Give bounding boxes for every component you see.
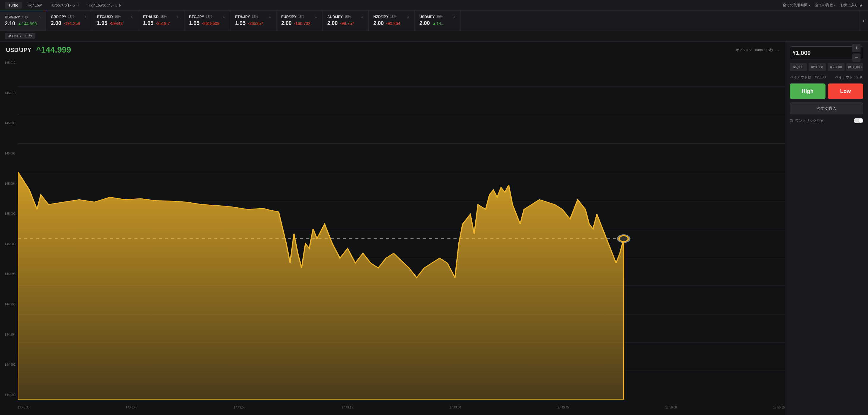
ticker-payout: 2.00 — [281, 20, 291, 26]
preset-100000-button[interactable]: ¥100,000 — [846, 63, 863, 71]
star-icon[interactable]: ☆ — [130, 15, 133, 19]
ticker-timeframe: 15秒 — [344, 15, 351, 19]
star-icon[interactable]: ☆ — [38, 15, 41, 19]
star-icon: ★ — [859, 3, 863, 8]
ticker-item-btcjpy-15[interactable]: BTC/JPY 15秒 ☆ 1.95 -8618609 — [184, 11, 230, 31]
x-label: 17:49:00 — [234, 406, 245, 409]
buy-now-button[interactable]: 今すぐ購入 — [790, 102, 863, 115]
ticker-pair: BTC/USD — [97, 15, 113, 19]
ticker-payout: 1.95 — [189, 20, 199, 26]
high-button[interactable]: High — [790, 84, 826, 99]
x-label: 17:50:00 — [665, 406, 677, 409]
one-click-row: ⊡ ワンクリック注文 — [790, 118, 863, 123]
payout-row: ペイアウト額：¥2,100 ペイアウト：2.10 — [790, 75, 863, 80]
star-icon[interactable]: ☆ — [453, 15, 456, 19]
ticker-item-ethjpy-15[interactable]: ETH/JPY 15秒 ☆ 1.95 -365357 — [230, 11, 276, 31]
y-axis: 145.012 145.010 145.008 145.006 145.004 … — [0, 58, 18, 400]
ticker-price: -90.864 — [386, 21, 400, 26]
nav-tab-turbo[interactable]: Turbo — [5, 2, 22, 9]
ticker-payout: 1.95 — [235, 20, 246, 26]
preset-20000-button[interactable]: ¥20,000 — [809, 63, 826, 71]
ticker-pair: EUR/JPY — [281, 15, 297, 19]
ticker-timeframe: 15秒 — [115, 15, 121, 19]
preset-5000-button[interactable]: ¥5,000 — [790, 63, 807, 71]
favorite-dropdown[interactable]: お気に入り ★ — [840, 3, 863, 8]
amount-row: ¥1,000 + − — [790, 46, 863, 59]
ticker-payout: 1.95 — [97, 20, 107, 26]
preset-50000-button[interactable]: ¥50,000 — [828, 63, 844, 71]
nav-tab-highlow[interactable]: HighLow — [23, 2, 45, 9]
asset-dropdown[interactable]: 全ての資産 ▾ — [815, 3, 836, 8]
one-click-toggle[interactable] — [854, 118, 863, 123]
toggle-knob — [859, 119, 863, 123]
star-icon[interactable]: ☆ — [314, 15, 317, 19]
ticker-timeframe: 15秒 — [252, 15, 258, 19]
star-icon[interactable]: ☆ — [361, 15, 364, 19]
ticker-price: -59443 — [110, 21, 123, 26]
chart-panel: USD/JPY ^144.999 オプション Turbo・15秒 ··· 145… — [0, 41, 785, 415]
ticker-payout: 2.00 — [373, 20, 384, 26]
payout-rate-label: ペイアウト：2.10 — [835, 75, 863, 80]
ticker-item-btcusd-15[interactable]: BTC/USD 15秒 ☆ 1.95 -59443 — [92, 11, 138, 31]
y-label: 145.006 — [0, 152, 18, 155]
nav-tab-turbo-spread[interactable]: Turboスプレッド — [46, 1, 83, 9]
ticker-price: ▲14... — [432, 21, 444, 26]
amount-increase-button[interactable]: + — [852, 44, 861, 52]
ticker-item-audjpy-15[interactable]: AUD/JPY 15秒 ☆ 2.00 -98.757 — [322, 11, 369, 31]
amount-display: ¥1,000 — [793, 50, 852, 57]
x-axis: 17:48:30 17:48:45 17:49:00 17:49:15 17:4… — [18, 400, 785, 411]
star-icon[interactable]: ☆ — [222, 15, 225, 19]
right-panel: ¥1,000 + − ¥5,000 ¥20,000 ¥50,000 ¥100,0… — [785, 41, 868, 415]
chart-header-tag[interactable]: USD/JPY・15秒 — [5, 33, 35, 39]
amount-decrease-button[interactable]: − — [852, 54, 861, 62]
y-label: 145.002 — [0, 212, 18, 215]
y-label: 144.992 — [0, 363, 18, 366]
ticker-timeframe: 15秒 — [160, 15, 167, 19]
ticker-price: -191.258 — [64, 21, 80, 26]
more-options-icon[interactable]: ··· — [775, 47, 779, 52]
payout-amount-label: ペイアウト額：¥2,100 — [790, 75, 826, 80]
price-arrow: ^ — [36, 45, 41, 54]
ticker-price: -365357 — [248, 21, 263, 26]
y-label: 145.008 — [0, 122, 18, 125]
star-icon[interactable]: ☆ — [269, 15, 271, 19]
svg-point-13 — [619, 235, 628, 242]
star-icon[interactable]: ☆ — [84, 15, 87, 19]
nav-tab-highlow-spread[interactable]: HighLowスプレッド — [84, 1, 126, 9]
ticker-bar: USD/JPY 15秒 ☆ 2.10 ▲144.999 GBP/JPY 15秒 … — [0, 11, 868, 31]
ticker-item-eurjpy-15[interactable]: EUR/JPY 15秒 ☆ 2.00 -160.732 — [276, 11, 322, 31]
ticker-scroll-right[interactable]: › — [859, 11, 868, 31]
ticker-payout: 1.95 — [143, 20, 153, 26]
trade-buttons: High Low — [790, 84, 863, 99]
ticker-price: -160.732 — [294, 21, 310, 26]
timeframe-dropdown[interactable]: 全ての取引時間 ▾ — [783, 3, 810, 8]
y-label: 145.010 — [0, 92, 18, 95]
ticker-pair: USD/JPY — [420, 15, 435, 19]
ticker-item-usdjpy-15[interactable]: USD/JPY 15秒 ☆ 2.10 ▲144.999 — [0, 11, 46, 31]
ticker-payout: 2.00 — [420, 20, 430, 26]
chevron-down-icon: ▾ — [834, 4, 836, 7]
ticker-timeframe: 15秒 — [206, 15, 212, 19]
ticker-item-ethusd-15[interactable]: ETH/USD 15秒 ☆ 1.95 -2519.7 — [138, 11, 184, 31]
star-icon[interactable]: ☆ — [176, 15, 179, 19]
low-button[interactable]: Low — [828, 84, 864, 99]
ticker-timeframe: 30秒 — [436, 15, 443, 19]
ticker-item-usdjpy-30[interactable]: USD/JPY 30秒 ☆ 2.00 ▲14... — [415, 11, 461, 31]
ticker-timeframe: 15秒 — [22, 15, 28, 19]
ticker-pair: USD/JPY — [5, 15, 20, 19]
ticker-price: -2519.7 — [156, 21, 170, 26]
chevron-down-icon: ▾ — [809, 4, 810, 7]
ticker-item-nzdjpy-15[interactable]: NZD/JPY 15秒 ☆ 2.00 -90.864 — [369, 11, 415, 31]
ticker-pair: ETH/USD — [143, 15, 159, 19]
top-nav-right: 全ての取引時間 ▾ 全ての資産 ▾ お気に入り ★ — [783, 3, 863, 8]
ticker-payout: 2.00 — [51, 20, 61, 26]
ticker-timeframe: 15秒 — [390, 15, 397, 19]
main-layout: USD/JPY ^144.999 オプション Turbo・15秒 ··· 145… — [0, 41, 868, 415]
price-pair-title: USD/JPY — [6, 46, 32, 54]
ticker-item-gbpjpy-15[interactable]: GBP/JPY 15秒 ☆ 2.00 -191.258 — [46, 11, 92, 31]
price-chart — [18, 58, 785, 400]
ticker-price: ▲144.999 — [18, 21, 37, 26]
star-icon[interactable]: ☆ — [407, 15, 410, 19]
x-label: 17:50:15 — [773, 406, 785, 409]
one-click-label: ワンクリック注文 — [795, 118, 851, 123]
